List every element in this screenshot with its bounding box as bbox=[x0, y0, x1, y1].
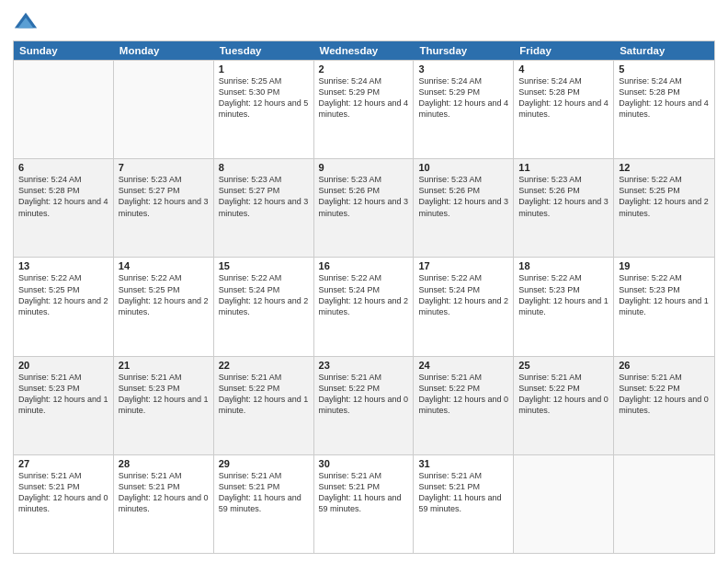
day-detail: Sunrise: 5:21 AM Sunset: 5:23 PM Dayligh… bbox=[18, 372, 108, 417]
table-row: 15Sunrise: 5:22 AM Sunset: 5:24 PM Dayli… bbox=[214, 258, 314, 355]
day-detail: Sunrise: 5:21 AM Sunset: 5:22 PM Dayligh… bbox=[319, 372, 409, 417]
day-detail: Sunrise: 5:21 AM Sunset: 5:22 PM Dayligh… bbox=[219, 372, 309, 417]
calendar-week-3: 13Sunrise: 5:22 AM Sunset: 5:25 PM Dayli… bbox=[14, 257, 714, 355]
table-row: 11Sunrise: 5:23 AM Sunset: 5:26 PM Dayli… bbox=[514, 159, 614, 257]
table-row: 1Sunrise: 5:25 AM Sunset: 5:30 PM Daylig… bbox=[214, 61, 314, 158]
table-row: 20Sunrise: 5:21 AM Sunset: 5:23 PM Dayli… bbox=[14, 357, 114, 454]
calendar-week-4: 20Sunrise: 5:21 AM Sunset: 5:23 PM Dayli… bbox=[14, 356, 714, 454]
table-row: 30Sunrise: 5:21 AM Sunset: 5:21 PM Dayli… bbox=[314, 455, 415, 553]
day-number: 27 bbox=[18, 458, 108, 469]
table-row: 5Sunrise: 5:24 AM Sunset: 5:28 PM Daylig… bbox=[614, 61, 714, 158]
header-day-tuesday: Tuesday bbox=[214, 41, 314, 60]
header-day-wednesday: Wednesday bbox=[314, 41, 415, 60]
day-detail: Sunrise: 5:24 AM Sunset: 5:28 PM Dayligh… bbox=[518, 75, 609, 121]
day-detail: Sunrise: 5:22 AM Sunset: 5:25 PM Dayligh… bbox=[18, 272, 108, 317]
day-number: 19 bbox=[619, 260, 710, 271]
day-number: 9 bbox=[319, 162, 409, 173]
day-number: 11 bbox=[518, 162, 609, 173]
day-detail: Sunrise: 5:21 AM Sunset: 5:22 PM Dayligh… bbox=[418, 372, 508, 417]
day-number: 14 bbox=[119, 260, 209, 271]
table-row: 27Sunrise: 5:21 AM Sunset: 5:21 PM Dayli… bbox=[14, 455, 114, 553]
table-row bbox=[614, 455, 714, 553]
calendar-header: SundayMondayTuesdayWednesdayThursdayFrid… bbox=[14, 41, 714, 60]
day-number: 13 bbox=[18, 260, 108, 271]
table-row: 7Sunrise: 5:23 AM Sunset: 5:27 PM Daylig… bbox=[114, 159, 214, 257]
day-detail: Sunrise: 5:22 AM Sunset: 5:24 PM Dayligh… bbox=[319, 272, 409, 317]
table-row: 4Sunrise: 5:24 AM Sunset: 5:28 PM Daylig… bbox=[514, 61, 614, 158]
table-row: 23Sunrise: 5:21 AM Sunset: 5:22 PM Dayli… bbox=[314, 357, 415, 454]
day-detail: Sunrise: 5:21 AM Sunset: 5:21 PM Dayligh… bbox=[18, 470, 108, 515]
table-row: 9Sunrise: 5:23 AM Sunset: 5:26 PM Daylig… bbox=[314, 159, 415, 257]
header-day-sunday: Sunday bbox=[14, 41, 114, 60]
day-detail: Sunrise: 5:23 AM Sunset: 5:26 PM Dayligh… bbox=[418, 174, 508, 219]
header-day-friday: Friday bbox=[514, 41, 614, 60]
day-number: 3 bbox=[418, 63, 508, 75]
day-number: 7 bbox=[119, 162, 209, 173]
table-row: 19Sunrise: 5:22 AM Sunset: 5:23 PM Dayli… bbox=[614, 258, 714, 355]
day-detail: Sunrise: 5:21 AM Sunset: 5:23 PM Dayligh… bbox=[119, 372, 209, 417]
header-day-monday: Monday bbox=[114, 41, 214, 60]
table-row: 16Sunrise: 5:22 AM Sunset: 5:24 PM Dayli… bbox=[314, 258, 415, 355]
calendar-week-1: 1Sunrise: 5:25 AM Sunset: 5:30 PM Daylig… bbox=[14, 60, 714, 158]
day-number: 16 bbox=[319, 260, 409, 271]
day-number: 1 bbox=[219, 63, 309, 75]
day-number: 21 bbox=[119, 360, 209, 371]
day-detail: Sunrise: 5:22 AM Sunset: 5:23 PM Dayligh… bbox=[619, 272, 710, 317]
day-detail: Sunrise: 5:21 AM Sunset: 5:21 PM Dayligh… bbox=[119, 470, 209, 515]
day-number: 28 bbox=[119, 458, 209, 469]
table-row: 18Sunrise: 5:22 AM Sunset: 5:23 PM Dayli… bbox=[514, 258, 614, 355]
day-detail: Sunrise: 5:21 AM Sunset: 5:21 PM Dayligh… bbox=[219, 470, 309, 515]
day-number: 17 bbox=[418, 260, 508, 271]
day-number: 18 bbox=[518, 260, 609, 271]
page: SundayMondayTuesdayWednesdayThursdayFrid… bbox=[0, 0, 728, 563]
day-number: 15 bbox=[219, 260, 309, 271]
day-number: 2 bbox=[319, 63, 409, 75]
day-detail: Sunrise: 5:21 AM Sunset: 5:21 PM Dayligh… bbox=[319, 470, 409, 515]
day-number: 25 bbox=[518, 360, 609, 371]
table-row: 2Sunrise: 5:24 AM Sunset: 5:29 PM Daylig… bbox=[314, 61, 415, 158]
day-number: 31 bbox=[418, 458, 508, 469]
header-day-thursday: Thursday bbox=[414, 41, 514, 60]
table-row: 12Sunrise: 5:22 AM Sunset: 5:25 PM Dayli… bbox=[614, 159, 714, 257]
day-number: 20 bbox=[18, 360, 108, 371]
day-detail: Sunrise: 5:21 AM Sunset: 5:22 PM Dayligh… bbox=[518, 372, 609, 417]
header-day-saturday: Saturday bbox=[614, 41, 714, 60]
day-detail: Sunrise: 5:24 AM Sunset: 5:29 PM Dayligh… bbox=[418, 75, 508, 121]
table-row: 6Sunrise: 5:24 AM Sunset: 5:28 PM Daylig… bbox=[14, 159, 114, 257]
calendar: SundayMondayTuesdayWednesdayThursdayFrid… bbox=[13, 40, 715, 554]
table-row: 8Sunrise: 5:23 AM Sunset: 5:27 PM Daylig… bbox=[214, 159, 314, 257]
table-row: 25Sunrise: 5:21 AM Sunset: 5:22 PM Dayli… bbox=[514, 357, 614, 454]
calendar-week-2: 6Sunrise: 5:24 AM Sunset: 5:28 PM Daylig… bbox=[14, 158, 714, 257]
day-detail: Sunrise: 5:23 AM Sunset: 5:27 PM Dayligh… bbox=[219, 174, 309, 219]
table-row bbox=[114, 61, 214, 158]
day-number: 8 bbox=[219, 162, 309, 173]
day-detail: Sunrise: 5:22 AM Sunset: 5:24 PM Dayligh… bbox=[219, 272, 309, 317]
day-detail: Sunrise: 5:25 AM Sunset: 5:30 PM Dayligh… bbox=[219, 75, 309, 121]
table-row: 14Sunrise: 5:22 AM Sunset: 5:25 PM Dayli… bbox=[114, 258, 214, 355]
day-number: 22 bbox=[219, 360, 309, 371]
table-row: 26Sunrise: 5:21 AM Sunset: 5:22 PM Dayli… bbox=[614, 357, 714, 454]
day-number: 5 bbox=[619, 63, 710, 75]
day-number: 6 bbox=[18, 162, 108, 173]
table-row: 13Sunrise: 5:22 AM Sunset: 5:25 PM Dayli… bbox=[14, 258, 114, 355]
table-row bbox=[14, 61, 114, 158]
day-number: 29 bbox=[219, 458, 309, 469]
day-number: 12 bbox=[619, 162, 710, 173]
table-row: 17Sunrise: 5:22 AM Sunset: 5:24 PM Dayli… bbox=[414, 258, 514, 355]
day-number: 10 bbox=[418, 162, 508, 173]
day-detail: Sunrise: 5:21 AM Sunset: 5:21 PM Dayligh… bbox=[418, 470, 508, 515]
table-row: 22Sunrise: 5:21 AM Sunset: 5:22 PM Dayli… bbox=[214, 357, 314, 454]
day-detail: Sunrise: 5:24 AM Sunset: 5:28 PM Dayligh… bbox=[619, 75, 710, 121]
header bbox=[13, 9, 715, 35]
day-detail: Sunrise: 5:21 AM Sunset: 5:22 PM Dayligh… bbox=[619, 372, 710, 417]
day-number: 23 bbox=[319, 360, 409, 371]
day-detail: Sunrise: 5:24 AM Sunset: 5:28 PM Dayligh… bbox=[18, 174, 108, 219]
table-row: 29Sunrise: 5:21 AM Sunset: 5:21 PM Dayli… bbox=[214, 455, 314, 553]
day-detail: Sunrise: 5:24 AM Sunset: 5:29 PM Dayligh… bbox=[319, 75, 409, 121]
day-number: 4 bbox=[518, 63, 609, 75]
day-detail: Sunrise: 5:23 AM Sunset: 5:26 PM Dayligh… bbox=[319, 174, 409, 219]
day-detail: Sunrise: 5:22 AM Sunset: 5:23 PM Dayligh… bbox=[518, 272, 609, 317]
table-row bbox=[514, 455, 614, 553]
table-row: 3Sunrise: 5:24 AM Sunset: 5:29 PM Daylig… bbox=[414, 61, 514, 158]
calendar-body: 1Sunrise: 5:25 AM Sunset: 5:30 PM Daylig… bbox=[14, 60, 714, 553]
